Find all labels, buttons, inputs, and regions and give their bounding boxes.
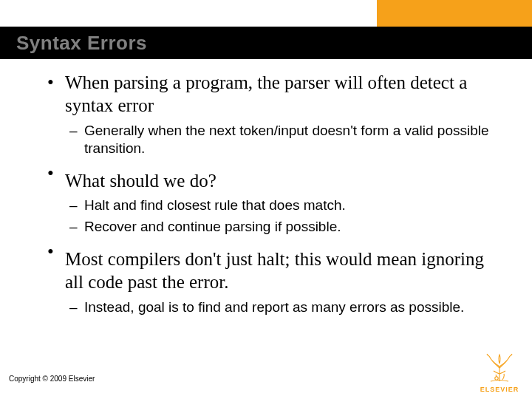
publisher-name: ELSEVIER: [477, 386, 522, 393]
sub-text: Recover and continue parsing if possible…: [84, 219, 341, 234]
bullet-text: When parsing a program, the parser will …: [65, 72, 467, 115]
spacer: [65, 162, 502, 169]
sub-item: Recover and continue parsing if possible…: [65, 218, 502, 236]
bullet-item: What should we do? Halt and find closest…: [40, 162, 502, 236]
publisher-logo: ELSEVIER: [477, 352, 522, 393]
sub-list: Instead, goal is to find and report as m…: [65, 299, 502, 316]
bullet-text: What should we do?: [65, 171, 216, 191]
content-area: When parsing a program, the parser will …: [0, 62, 532, 316]
sub-text: Generally when the next token/input does…: [84, 123, 489, 156]
spacer: [65, 240, 502, 248]
sub-item: Instead, goal is to find and report as m…: [65, 299, 502, 316]
bullet-item: Most compilers don't just halt; this wou…: [40, 240, 502, 316]
copyright-text: Copyright © 2009 Elsevier: [9, 375, 95, 383]
sub-text: Instead, goal is to find and report as m…: [84, 299, 464, 315]
sub-list: Halt and find closest rule that does mat…: [65, 197, 502, 236]
bullet-item: When parsing a program, the parser will …: [40, 71, 502, 157]
sub-item: Halt and find closest rule that does mat…: [65, 197, 502, 214]
accent-bar: [377, 0, 532, 27]
elsevier-tree-icon: [483, 352, 516, 384]
bullet-text: Most compilers don't just halt; this wou…: [65, 249, 484, 292]
slide-title: Syntax Errors: [16, 32, 147, 55]
slide: Syntax Errors When parsing a program, th…: [0, 0, 532, 399]
svg-point-0: [495, 377, 498, 380]
sub-text: Halt and find closest rule that does mat…: [84, 197, 346, 213]
bullet-list: When parsing a program, the parser will …: [40, 71, 502, 316]
sub-list: Generally when the next token/input does…: [65, 122, 502, 158]
sub-item: Generally when the next token/input does…: [65, 122, 502, 158]
title-bar: Syntax Errors: [0, 27, 532, 59]
